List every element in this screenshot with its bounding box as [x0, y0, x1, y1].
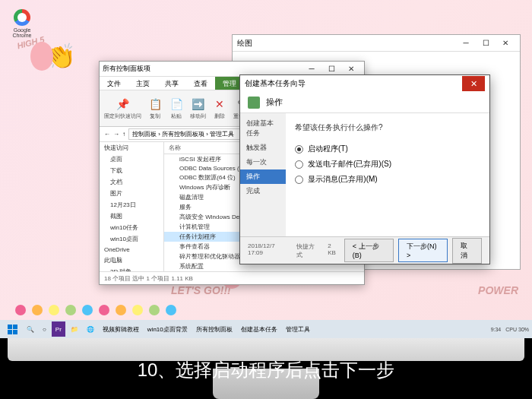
ribbon-paste[interactable]: 📄粘贴 — [169, 97, 184, 120]
step-action[interactable]: 操作 — [240, 169, 286, 184]
step-create[interactable]: 创建基本任务 — [240, 116, 286, 141]
taskbar-item[interactable]: 视频剪辑教程 — [100, 321, 142, 337]
radio-show-message[interactable]: 显示消息(已弃用)(M) — [295, 174, 480, 185]
paint-title: 绘图 — [237, 38, 252, 49]
wizard-question: 希望该任务执行什么操作? — [295, 122, 480, 133]
maximize-button[interactable]: ☐ — [321, 62, 341, 76]
back-button[interactable]: < 上一步(B) — [344, 239, 394, 262]
status-bar: 18 个项目 选中 1 个项目 1.11 KB — [100, 271, 364, 285]
radio-icon — [295, 176, 303, 184]
wizard-icon — [248, 97, 260, 109]
nav-3d[interactable]: 3D 对象 — [100, 266, 163, 271]
taskbar-cortana[interactable]: ○ — [40, 321, 49, 337]
nav-folder[interactable]: 截图 — [100, 211, 163, 222]
windows-icon — [8, 325, 17, 334]
tab-view[interactable]: 查看 — [186, 77, 215, 90]
step-trigger[interactable]: 触发器 — [240, 141, 286, 155]
nav-downloads[interactable]: 下载 — [100, 165, 163, 176]
ribbon-delete[interactable]: ✕删除 — [212, 97, 227, 120]
explorer-title: 所有控制面板项 — [103, 64, 150, 74]
nav-thispc[interactable]: 此电脑 — [100, 255, 163, 266]
wizard-header: 操作 — [266, 97, 283, 108]
minimize-button[interactable]: ─ — [302, 62, 321, 76]
tutorial-subtitle: 10、选择启动程序后点击下一步 — [0, 358, 532, 382]
radio-start-program[interactable]: 启动程序(T) — [295, 144, 480, 154]
next-button[interactable]: 下一步(N) > — [398, 239, 448, 262]
step-once[interactable]: 每一次 — [240, 155, 286, 169]
wizard-steps: 创建基本任务 触发器 每一次 操作 完成 — [240, 113, 286, 236]
close-button[interactable]: ✕ — [496, 36, 515, 50]
taskbar-app[interactable]: 🌐 — [84, 321, 97, 337]
radio-icon — [295, 160, 303, 169]
nav-pictures[interactable]: 图片 — [100, 188, 163, 199]
taskbar: 🔍 ○ Pr 📁 🌐 视频剪辑教程 win10桌面背景 所有控制面板 创建基本任… — [0, 320, 532, 338]
tab-share[interactable]: 共享 — [157, 77, 186, 90]
nav-folder[interactable]: win10任务 — [100, 222, 163, 233]
nav-folder[interactable]: 12月23日 — [100, 199, 163, 211]
taskbar-search[interactable]: 🔍 — [24, 321, 37, 337]
close-button[interactable]: ✕ — [462, 76, 485, 91]
dialog-meta: 2018/12/7 17:09 快捷方式 2 KB — [248, 242, 340, 259]
nav-quick[interactable]: 快速访问 — [100, 142, 163, 154]
nav-onedrive[interactable]: OneDrive — [100, 245, 163, 255]
taskbar-tray[interactable]: 9:34 CPU 30% — [491, 327, 529, 332]
ribbon-copy[interactable]: 📋复制 — [147, 97, 163, 120]
cancel-button[interactable]: 取消 — [452, 238, 482, 264]
step-finish[interactable]: 完成 — [240, 184, 286, 198]
balloon-decor — [30, 42, 53, 71]
radio-icon — [295, 145, 303, 154]
chrome-shortcut[interactable]: Google Chrome — [11, 9, 33, 36]
dock-dots — [15, 305, 176, 315]
nav-folder[interactable]: win10桌面 — [100, 233, 163, 245]
chrome-label: Google Chrome — [11, 27, 33, 38]
tab-file[interactable]: 文件 — [100, 77, 128, 90]
desktop-decor-power: POWER — [478, 284, 518, 296]
nav-documents[interactable]: 文档 — [100, 176, 163, 188]
taskbar-item[interactable]: 所有控制面板 — [193, 321, 236, 337]
maximize-button[interactable]: ☐ — [476, 36, 496, 50]
ribbon-move[interactable]: ➡️移动到 — [190, 97, 206, 120]
tab-home[interactable]: 主页 — [128, 77, 157, 90]
nav-pane: 快速访问 桌面 下载 文档 图片 12月23日 截图 win10任务 win10… — [100, 142, 164, 271]
minimize-button[interactable]: ─ — [456, 36, 476, 50]
close-button[interactable]: ✕ — [341, 62, 361, 76]
start-button[interactable] — [3, 321, 21, 337]
taskbar-item[interactable]: 管理工具 — [283, 321, 313, 337]
taskbar-item[interactable]: 创建基本任务 — [238, 321, 280, 337]
chrome-icon — [14, 9, 30, 26]
task-wizard-dialog: 创建基本任务向导 ✕ 操作 创建基本任务 触发器 每一次 操作 完成 希望该任务… — [239, 74, 490, 264]
ribbon-pin[interactable]: 📌固定到快速访问 — [104, 97, 141, 120]
radio-send-email[interactable]: 发送电子邮件(已弃用)(S) — [295, 159, 480, 169]
taskbar-item[interactable]: win10桌面背景 — [144, 321, 191, 337]
taskbar-app[interactable]: 📁 — [68, 321, 81, 337]
desktop-decor-letsgo: LET'S GO!!! — [171, 284, 231, 296]
nav-desktop[interactable]: 桌面 — [100, 154, 163, 165]
taskbar-app[interactable]: Pr — [52, 321, 65, 337]
dialog-title: 创建基本任务向导 — [245, 78, 306, 89]
